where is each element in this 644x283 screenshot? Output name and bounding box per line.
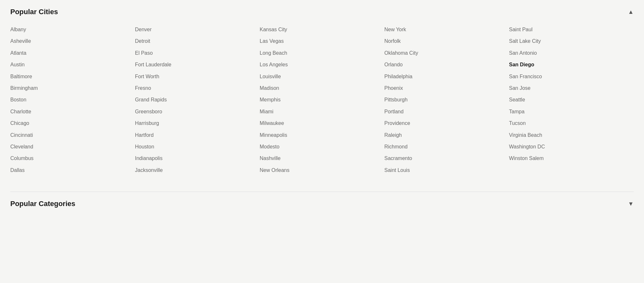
city-column-1: DenverDetroitEl PasoFort LauderdaleFort … — [135, 24, 260, 176]
city-link[interactable]: Houston — [135, 141, 260, 153]
city-link[interactable]: Fort Worth — [135, 71, 260, 82]
city-link[interactable]: Asheville — [10, 35, 135, 47]
city-link[interactable]: Indianapolis — [135, 153, 260, 164]
city-link[interactable]: Nashville — [260, 153, 384, 164]
city-link[interactable]: Providence — [384, 118, 509, 129]
city-link[interactable]: Raleigh — [384, 129, 509, 141]
city-link[interactable]: Saint Paul — [509, 24, 634, 35]
city-link[interactable]: Minneapolis — [260, 129, 384, 141]
city-column-4: Saint PaulSalt Lake CitySan AntonioSan D… — [509, 24, 634, 176]
city-link[interactable]: Grand Rapids — [135, 94, 260, 106]
city-link[interactable]: Saint Louis — [384, 165, 509, 176]
city-link[interactable]: Orlando — [384, 59, 509, 71]
popular-categories-section: Popular Categories ▼ — [0, 192, 644, 216]
city-link[interactable]: Sacramento — [384, 153, 509, 164]
city-link[interactable]: Seattle — [509, 94, 634, 106]
city-link[interactable]: El Paso — [135, 47, 260, 59]
city-link[interactable]: Winston Salem — [509, 153, 634, 164]
city-link[interactable]: Dallas — [10, 165, 135, 176]
city-link[interactable]: Tucson — [509, 118, 634, 129]
city-link[interactable]: Cincinnati — [10, 129, 135, 141]
city-link[interactable]: Hartford — [135, 129, 260, 141]
city-link[interactable]: Boston — [10, 94, 135, 106]
city-link[interactable]: Norfolk — [384, 35, 509, 47]
city-link[interactable]: Louisville — [260, 71, 384, 82]
city-link[interactable]: San Jose — [509, 82, 634, 94]
city-link[interactable]: Albany — [10, 24, 135, 35]
city-link[interactable]: Madison — [260, 82, 384, 94]
city-link[interactable]: Philadelphia — [384, 71, 509, 82]
popular-cities-header: Popular Cities ▲ — [10, 8, 634, 16]
city-link[interactable]: San Diego — [509, 59, 634, 71]
city-link[interactable]: Milwaukee — [260, 118, 384, 129]
city-link[interactable]: Richmond — [384, 141, 509, 153]
cities-grid: AlbanyAshevilleAtlantaAustinBaltimoreBir… — [10, 24, 634, 176]
city-link[interactable]: Tampa — [509, 106, 634, 118]
city-link[interactable]: Virginia Beach — [509, 129, 634, 141]
city-link[interactable]: Charlotte — [10, 106, 135, 118]
city-column-0: AlbanyAshevilleAtlantaAustinBaltimoreBir… — [10, 24, 135, 176]
city-link[interactable]: Long Beach — [260, 47, 384, 59]
city-link[interactable]: Detroit — [135, 35, 260, 47]
city-link[interactable]: Kansas City — [260, 24, 384, 35]
city-link[interactable]: New Orleans — [260, 165, 384, 176]
city-link[interactable]: Oklahoma City — [384, 47, 509, 59]
popular-cities-section: Popular Cities ▲ AlbanyAshevilleAtlantaA… — [0, 0, 644, 184]
popular-cities-chevron[interactable]: ▲ — [628, 9, 634, 15]
city-link[interactable]: Las Vegas — [260, 35, 384, 47]
city-link[interactable]: Birmingham — [10, 82, 135, 94]
city-link[interactable]: Columbus — [10, 153, 135, 164]
city-link[interactable]: Phoenix — [384, 82, 509, 94]
city-link[interactable]: Portland — [384, 106, 509, 118]
popular-categories-chevron[interactable]: ▼ — [628, 201, 634, 207]
city-link[interactable]: Modesto — [260, 141, 384, 153]
city-link[interactable]: Salt Lake City — [509, 35, 634, 47]
city-link[interactable]: Atlanta — [10, 47, 135, 59]
city-link[interactable]: Baltimore — [10, 71, 135, 82]
city-link[interactable]: San Francisco — [509, 71, 634, 82]
city-link[interactable]: New York — [384, 24, 509, 35]
city-link[interactable]: Austin — [10, 59, 135, 71]
city-link[interactable]: Chicago — [10, 118, 135, 129]
city-link[interactable]: Washington DC — [509, 141, 634, 153]
city-link[interactable]: Fort Lauderdale — [135, 59, 260, 71]
city-link[interactable]: Denver — [135, 24, 260, 35]
popular-categories-header: Popular Categories ▼ — [10, 200, 634, 208]
city-link[interactable]: Miami — [260, 106, 384, 118]
city-link[interactable]: Cleveland — [10, 141, 135, 153]
city-link[interactable]: Los Angeles — [260, 59, 384, 71]
city-link[interactable]: San Antonio — [509, 47, 634, 59]
city-link[interactable]: Jacksonville — [135, 165, 260, 176]
city-link[interactable]: Greensboro — [135, 106, 260, 118]
popular-categories-title: Popular Categories — [10, 200, 75, 208]
city-column-2: Kansas CityLas VegasLong BeachLos Angele… — [260, 24, 384, 176]
city-link[interactable]: Fresno — [135, 82, 260, 94]
city-link[interactable]: Harrisburg — [135, 118, 260, 129]
city-link[interactable]: Memphis — [260, 94, 384, 106]
city-column-3: New YorkNorfolkOklahoma CityOrlandoPhila… — [384, 24, 509, 176]
popular-cities-title: Popular Cities — [10, 8, 58, 16]
city-link[interactable]: Pittsburgh — [384, 94, 509, 106]
